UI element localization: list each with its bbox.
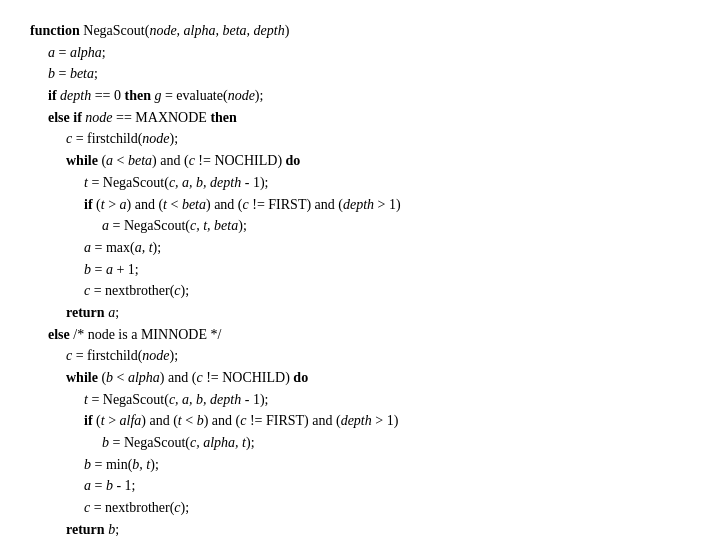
code-token: > bbox=[105, 197, 120, 212]
code-token: a bbox=[48, 45, 55, 60]
code-token: then bbox=[124, 88, 154, 103]
code-token: = NegaScout( bbox=[109, 435, 190, 450]
code-token: alpha bbox=[70, 45, 102, 60]
code-token: ); bbox=[238, 218, 247, 233]
code-token: while bbox=[66, 153, 101, 168]
code-line: c = nextbrother(c); bbox=[30, 280, 401, 302]
code-token: a bbox=[106, 153, 113, 168]
code-line: t = NegaScout(c, a, b, depth - 1); bbox=[30, 389, 401, 411]
code-token: != NOCHILD) bbox=[203, 370, 294, 385]
code-token: ) and ( bbox=[204, 413, 241, 428]
code-token: = bbox=[91, 478, 106, 493]
code-line: if (t > alfa) and (t < b) and (c != FIRS… bbox=[30, 410, 401, 432]
code-token: do bbox=[286, 153, 301, 168]
code-token: c, t, beta bbox=[190, 218, 238, 233]
code-token: a bbox=[102, 218, 109, 233]
code-token: depth bbox=[343, 197, 374, 212]
code-token: ) and ( bbox=[206, 197, 243, 212]
code-line: b = beta; bbox=[30, 63, 401, 85]
code-token: b, t bbox=[132, 457, 150, 472]
code-line: while (b < alpha) and (c != NOCHILD) do bbox=[30, 367, 401, 389]
code-token: if bbox=[84, 413, 96, 428]
code-token: = evaluate( bbox=[161, 88, 227, 103]
code-token: node bbox=[142, 131, 169, 146]
code-token: while bbox=[66, 370, 101, 385]
code-token: alpha bbox=[128, 370, 160, 385]
code-token: - 1); bbox=[241, 175, 268, 190]
code-block: function NegaScout(node, alpha, beta, de… bbox=[30, 20, 401, 540]
code-token: node, alpha, beta, depth bbox=[149, 23, 284, 38]
code-line: else /* node is a MINNODE */ bbox=[30, 324, 401, 346]
code-line: c = firstchild(node); bbox=[30, 128, 401, 150]
code-token: b bbox=[84, 457, 91, 472]
code-token: = NegaScout( bbox=[109, 218, 190, 233]
code-token: ; bbox=[115, 305, 119, 320]
code-token: < bbox=[182, 413, 197, 428]
code-token: b bbox=[102, 435, 109, 450]
code-token: == MAXNODE bbox=[113, 110, 211, 125]
code-token: beta bbox=[182, 197, 206, 212]
code-line: if (t > a) and (t < beta) and (c != FIRS… bbox=[30, 194, 401, 216]
code-token: != FIRST) and ( bbox=[249, 197, 343, 212]
code-token: == 0 bbox=[91, 88, 124, 103]
code-line: if depth == 0 then g = evaluate(node); bbox=[30, 85, 401, 107]
code-token: ; bbox=[115, 522, 119, 537]
code-line: a = alpha; bbox=[30, 42, 401, 64]
code-line: b = NegaScout(c, alpha, t); bbox=[30, 432, 401, 454]
code-token: ); bbox=[170, 131, 179, 146]
code-token: b bbox=[84, 262, 91, 277]
code-token: ); bbox=[170, 348, 179, 363]
code-token: ) and ( bbox=[127, 197, 164, 212]
code-token: = NegaScout( bbox=[88, 392, 169, 407]
code-token: return bbox=[66, 305, 108, 320]
code-token: a bbox=[106, 262, 113, 277]
code-token: a bbox=[84, 478, 91, 493]
code-token: ); bbox=[246, 435, 255, 450]
code-token: ) and ( bbox=[152, 153, 189, 168]
code-token: b bbox=[48, 66, 55, 81]
code-token: b bbox=[197, 413, 204, 428]
code-token: depth bbox=[341, 413, 372, 428]
code-token: = nextbrother( bbox=[90, 500, 174, 515]
code-token: node bbox=[142, 348, 169, 363]
code-line: else if node == MAXNODE then bbox=[30, 107, 401, 129]
code-line: while (a < beta) and (c != NOCHILD) do bbox=[30, 150, 401, 172]
code-token: > 1) bbox=[374, 197, 401, 212]
code-token: /* node is a MINNODE */ bbox=[73, 327, 221, 342]
code-token: = bbox=[55, 66, 70, 81]
code-token: ; bbox=[94, 66, 98, 81]
code-token: = firstchild( bbox=[72, 348, 142, 363]
code-line: return b; bbox=[30, 519, 401, 540]
code-line: c = firstchild(node); bbox=[30, 345, 401, 367]
code-token: beta bbox=[128, 153, 152, 168]
code-token: = NegaScout( bbox=[88, 175, 169, 190]
code-token: != FIRST) and ( bbox=[246, 413, 340, 428]
code-line: c = nextbrother(c); bbox=[30, 497, 401, 519]
code-token: if bbox=[48, 88, 60, 103]
code-token: ) and ( bbox=[160, 370, 197, 385]
code-token: a bbox=[120, 197, 127, 212]
code-token: = bbox=[55, 45, 70, 60]
code-token: if bbox=[84, 197, 96, 212]
code-token: ); bbox=[255, 88, 264, 103]
code-line: a = max(a, t); bbox=[30, 237, 401, 259]
code-line: b = min(b, t); bbox=[30, 454, 401, 476]
code-token: ); bbox=[153, 240, 162, 255]
code-token: ; bbox=[102, 45, 106, 60]
code-token: != NOCHILD) bbox=[195, 153, 286, 168]
code-token: c, a, b, depth bbox=[169, 175, 241, 190]
code-token: = nextbrother( bbox=[90, 283, 174, 298]
code-token: < bbox=[113, 153, 128, 168]
code-token: b bbox=[106, 478, 113, 493]
code-token: return bbox=[66, 522, 108, 537]
code-token: = min( bbox=[91, 457, 132, 472]
code-token: = max( bbox=[91, 240, 135, 255]
code-line: a = b - 1; bbox=[30, 475, 401, 497]
code-token: ); bbox=[181, 500, 190, 515]
code-token: ); bbox=[150, 457, 159, 472]
code-token: NegaScout( bbox=[83, 23, 149, 38]
code-line: b = a + 1; bbox=[30, 259, 401, 281]
code-token: b bbox=[106, 370, 113, 385]
code-token: = bbox=[91, 262, 106, 277]
code-token: ) and ( bbox=[141, 413, 178, 428]
